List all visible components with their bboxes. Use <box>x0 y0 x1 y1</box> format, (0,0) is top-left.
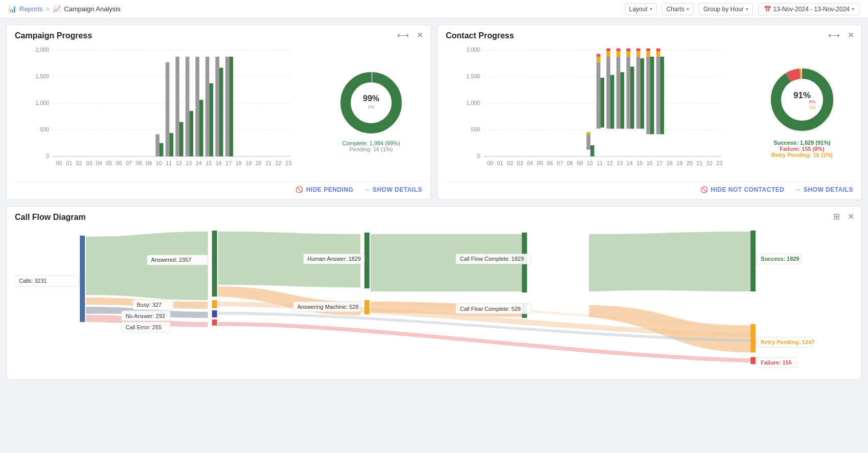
svg-text:1,500: 1,500 <box>35 73 49 79</box>
node-failure <box>750 357 756 364</box>
legend-pending: Pending: 16 (1%) <box>342 146 400 152</box>
svg-text:0: 0 <box>477 153 480 159</box>
svg-text:00: 00 <box>56 160 62 166</box>
reports-link[interactable]: Reports <box>19 5 43 13</box>
campaign-card-footer: 🚫 HIDE PENDING → SHOW DETAILS <box>15 182 422 193</box>
label-human-answer: Human Answer: 1829 <box>308 256 361 262</box>
svg-text:08: 08 <box>567 160 573 166</box>
page-title: Campaign Analysis <box>64 5 121 13</box>
svg-text:0: 0 <box>46 153 49 159</box>
show-details-button-contact[interactable]: → SHOW DETAILS <box>794 186 853 193</box>
svg-text:04: 04 <box>527 160 533 166</box>
charts-label: Charts <box>667 6 684 13</box>
svg-text:19: 19 <box>245 160 252 166</box>
breadcrumb: 📊 Reports > 📈 Campaign Analysis <box>8 5 121 13</box>
hide-not-contacted-icon: 🚫 <box>700 186 709 193</box>
topbar-controls: Layout ▾ Charts ▾ Group by Hour ▾ 📅 13-N… <box>625 3 860 15</box>
campaign-close-button[interactable]: ✕ <box>417 30 423 40</box>
svg-text:05: 05 <box>106 160 112 166</box>
svg-text:03: 03 <box>517 160 523 166</box>
svg-text:17: 17 <box>225 160 232 166</box>
date-range-button[interactable]: 📅 13-Nov-2024 - 13-Nov-2024 ▾ <box>758 3 860 15</box>
contact-expand-button[interactable]: ⟷ <box>828 30 840 40</box>
svg-point-37 <box>352 83 391 122</box>
show-details-button-campaign[interactable]: → SHOW DETAILS <box>363 186 422 193</box>
legend-failure: Failure: 155 (8%) <box>771 146 833 152</box>
campaign-donut-area: 99% 1% Complete: 1,984 (99%) Pending: 16… <box>320 70 422 152</box>
donut-main-pct: 99% <box>363 94 379 103</box>
bar-h16-green <box>219 68 223 156</box>
show-details-label-campaign: SHOW DETAILS <box>373 186 422 193</box>
svg-text:09: 09 <box>146 160 152 166</box>
cp-bar-h11-red <box>597 54 601 56</box>
call-flow-expand-button[interactable]: ⊞ <box>833 212 840 221</box>
svg-text:00: 00 <box>487 160 493 166</box>
top-row: Campaign Progress ⟷ ✕ 2,000 1,500 <box>6 25 862 200</box>
hide-pending-button[interactable]: 🚫 HIDE PENDING <box>295 186 353 193</box>
cp-bar-h13-red <box>616 49 621 51</box>
hide-pending-icon: 🚫 <box>295 186 304 193</box>
svg-text:13: 13 <box>186 160 192 166</box>
svg-text:1,000: 1,000 <box>35 100 49 106</box>
node-noanswer <box>212 310 217 318</box>
label-failure: Failure: 155 <box>761 359 792 366</box>
bar-h11-green <box>169 133 173 156</box>
svg-text:19: 19 <box>676 160 682 166</box>
label-noanswer: No Answer: 292 <box>126 313 165 319</box>
svg-text:1,500: 1,500 <box>466 73 480 79</box>
svg-text:20: 20 <box>687 160 693 166</box>
group-by-chevron: ▾ <box>746 6 748 12</box>
campaign-card-body: 2,000 1,500 1,000 500 0 00 01 02 03 04 <box>15 44 422 177</box>
label-cfcomplete-528: Call Flow Complete: 528 <box>460 306 521 312</box>
contact-donut-failure: 8% <box>809 99 815 104</box>
campaign-expand-button[interactable]: ⟷ <box>397 30 409 40</box>
contact-progress-card: Contact Progress ⟷ ✕ 2,000 1,500 <box>437 25 862 200</box>
campaign-bar-chart: 2,000 1,500 1,000 500 0 00 01 02 03 04 <box>15 44 312 177</box>
cp-bar-h14-gray <box>626 57 630 129</box>
donut-sub-pct: 1% <box>368 104 374 109</box>
group-by-label: Group by Hour <box>703 6 744 13</box>
cp-bar-h14-red <box>626 49 630 51</box>
svg-text:07: 07 <box>126 160 132 166</box>
campaign-progress-title: Campaign Progress <box>15 31 422 40</box>
cp-bar-h12-green <box>610 75 614 129</box>
node-success <box>750 231 756 291</box>
cp-bar-h15-green <box>640 58 644 129</box>
node-answering-machine <box>364 300 370 314</box>
legend-retry: Retry Pending: 16 (1%) <box>771 152 833 158</box>
contact-progress-title: Contact Progress <box>446 31 853 40</box>
hide-not-contacted-button[interactable]: 🚫 HIDE NOT CONTACTED <box>700 186 785 193</box>
call-flow-close-button[interactable]: ✕ <box>848 212 854 221</box>
svg-text:07: 07 <box>557 160 563 166</box>
svg-text:23: 23 <box>285 160 291 166</box>
charts-chevron: ▾ <box>687 6 689 12</box>
svg-text:18: 18 <box>667 160 673 166</box>
reports-icon: 📊 <box>8 5 16 13</box>
layout-button[interactable]: Layout ▾ <box>625 3 657 15</box>
svg-text:17: 17 <box>656 160 663 166</box>
sankey-svg: Calls: 3231 Answered: 2357 Busy: 327 No … <box>15 226 853 374</box>
show-details-arrow-campaign: → <box>363 186 370 193</box>
group-by-button[interactable]: Group by Hour ▾ <box>699 3 753 15</box>
campaign-legend: Complete: 1,984 (99%) Pending: 16 (1%) <box>342 140 400 152</box>
bar-h12-gray <box>175 57 179 156</box>
svg-text:12: 12 <box>176 160 182 166</box>
legend-complete: Complete: 1,984 (99%) <box>342 140 400 146</box>
contact-close-button[interactable]: ✕ <box>848 30 854 40</box>
label-success: Success: 1829 <box>761 256 799 262</box>
node-human-answer <box>364 233 370 288</box>
label-busy: Busy: 327 <box>137 302 162 308</box>
cp-bar-h15-red <box>636 49 641 51</box>
contact-donut-retry: 1% <box>809 105 815 110</box>
charts-button[interactable]: Charts ▾ <box>662 3 694 15</box>
show-details-label-contact: SHOW DETAILS <box>804 186 853 193</box>
cp-bar-h11-green <box>600 78 604 128</box>
flow-calls-answered <box>86 232 208 300</box>
cp-bar-h10-green <box>590 145 595 156</box>
svg-text:2,000: 2,000 <box>466 47 480 53</box>
show-details-arrow-contact: → <box>794 186 801 193</box>
campaign-progress-card: Campaign Progress ⟷ ✕ 2,000 1,500 <box>6 25 431 200</box>
cp-bar-h17-orange <box>656 51 660 57</box>
cp-bar-h17-gray <box>656 57 660 134</box>
svg-text:12: 12 <box>607 160 613 166</box>
